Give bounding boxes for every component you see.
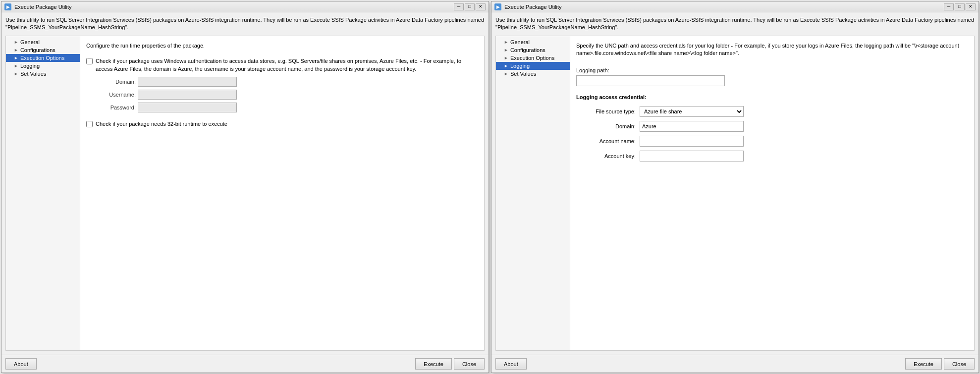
arrow-icon-configurations-1: ► xyxy=(14,48,18,53)
minimize-button-1[interactable]: ─ xyxy=(454,3,464,10)
domain-label-2: Domain: xyxy=(576,123,636,129)
file-source-type-label: File source type: xyxy=(576,108,636,114)
arrow-icon-execution-1: ► xyxy=(14,55,18,60)
arrow-icon-set-values-2: ► xyxy=(504,71,508,76)
execute-button-2[interactable]: Execute xyxy=(905,358,942,370)
nav-label-set-values-2: Set Values xyxy=(510,71,536,77)
action-buttons-1: Execute Close xyxy=(415,358,485,370)
arrow-icon-set-values-1: ► xyxy=(14,71,18,76)
checkbox-section-1: Check if your package uses Windows authe… xyxy=(86,57,478,112)
logging-path-label: Logging path: xyxy=(576,67,968,73)
title-bar-controls-1: ─ □ ✕ xyxy=(454,3,486,10)
close-button-2[interactable]: ✕ xyxy=(966,3,976,10)
bottom-bar-1: About Execute Close xyxy=(1,355,489,373)
account-key-input[interactable] xyxy=(640,151,744,161)
about-button-1[interactable]: About xyxy=(5,358,37,370)
close-dialog-button-1[interactable]: Close xyxy=(454,358,485,370)
logging-credential-section: Logging access credential: File source t… xyxy=(576,94,968,161)
credential-section-title: Logging access credential: xyxy=(576,94,968,100)
action-buttons-2: Execute Close xyxy=(905,358,975,370)
nav-item-configurations-2[interactable]: ► Configurations xyxy=(496,46,570,54)
title-bar-controls-2: ─ □ ✕ xyxy=(944,3,976,10)
domain-label-1: Domain: xyxy=(96,79,136,85)
dialog-window-1: ▶ Execute Package Utility ─ □ ✕ Use this… xyxy=(1,1,489,373)
dialog-window-2: ▶ Execute Package Utility ─ □ ✕ Use this… xyxy=(491,1,979,373)
arrow-icon-general-2: ► xyxy=(504,40,508,45)
title-bar-text-2: ▶ Execute Package Utility xyxy=(494,3,562,10)
bottom-bar-2: About Execute Close xyxy=(491,355,979,373)
execute-button-1[interactable]: Execute xyxy=(415,358,452,370)
restore-button-1[interactable]: □ xyxy=(465,3,475,10)
about-button-2[interactable]: About xyxy=(495,358,527,370)
nav-label-logging-2: Logging xyxy=(510,63,530,69)
nav-item-general-2[interactable]: ► General xyxy=(496,38,570,46)
nav-panel-2: ► General ► Configurations ► Execution O… xyxy=(496,36,570,350)
arrow-icon-configurations-2: ► xyxy=(504,48,508,53)
nav-label-set-values-1: Set Values xyxy=(20,71,46,77)
domain-input-2[interactable] xyxy=(640,121,744,132)
window-title-1: Execute Package Utility xyxy=(14,4,72,10)
nav-label-configurations-1: Configurations xyxy=(20,47,55,53)
content-description-1: Configure the run time properties of the… xyxy=(86,42,478,50)
nav-item-logging-1[interactable]: ► Logging xyxy=(6,62,80,70)
domain-input-1[interactable] xyxy=(138,77,237,87)
app-icon-1: ▶ xyxy=(4,3,11,10)
credential-form-1: Domain: Username: Password: xyxy=(96,77,478,112)
nav-panel-1: ► General ► Configurations ► Execution O… xyxy=(6,36,80,350)
window-title-2: Execute Package Utility xyxy=(504,4,562,10)
windows-auth-checkbox[interactable] xyxy=(86,58,93,64)
minimize-button-2[interactable]: ─ xyxy=(944,3,954,10)
username-label-1: Username: xyxy=(96,92,136,98)
nav-item-set-values-1[interactable]: ► Set Values xyxy=(6,70,80,78)
content-panel-1: Configure the run time properties of the… xyxy=(80,36,484,350)
runtime-32bit-label: Check if your package needs 32-bit runti… xyxy=(96,120,227,128)
arrow-icon-logging-2: ► xyxy=(504,63,508,68)
restore-button-2[interactable]: □ xyxy=(955,3,965,10)
nav-label-general-2: General xyxy=(510,39,530,45)
file-source-type-select[interactable]: Azure file share Local file Network file… xyxy=(640,106,744,117)
arrow-icon-execution-2: ► xyxy=(504,55,508,60)
header-description-1: Use this utility to run SQL Server Integ… xyxy=(5,16,485,32)
dialog-content-2: Use this utility to run SQL Server Integ… xyxy=(491,12,979,355)
close-dialog-button-2[interactable]: Close xyxy=(944,358,975,370)
runtime-32bit-checkbox[interactable] xyxy=(86,121,93,127)
logging-path-input[interactable] xyxy=(576,75,725,86)
nav-item-logging-2[interactable]: ► Logging xyxy=(496,62,570,70)
title-bar-1: ▶ Execute Package Utility ─ □ ✕ xyxy=(1,1,489,12)
windows-auth-label: Check if your package uses Windows authe… xyxy=(96,57,478,73)
nav-item-general-1[interactable]: ► General xyxy=(6,38,80,46)
content-panel-2: Specify the UNC path and access credenti… xyxy=(570,36,974,350)
password-label-1: Password: xyxy=(96,105,136,110)
account-name-label: Account name: xyxy=(576,138,636,144)
title-bar-text-1: ▶ Execute Package Utility xyxy=(4,3,72,10)
account-name-input[interactable] xyxy=(640,136,744,147)
main-area-2: ► General ► Configurations ► Execution O… xyxy=(495,36,975,351)
header-description-2: Use this utility to run SQL Server Integ… xyxy=(495,16,975,32)
logging-path-field: Logging path: xyxy=(576,67,968,86)
close-button-1[interactable]: ✕ xyxy=(476,3,486,10)
credential-grid: File source type: Azure file share Local… xyxy=(576,106,968,161)
dialog-content-1: Use this utility to run SQL Server Integ… xyxy=(1,12,489,355)
nav-label-logging-1: Logging xyxy=(20,63,40,69)
main-area-1: ► General ► Configurations ► Execution O… xyxy=(5,36,485,351)
nav-label-execution-2: Execution Options xyxy=(510,55,554,61)
nav-item-execution-options-1[interactable]: ► Execution Options xyxy=(6,54,80,62)
username-input-1[interactable] xyxy=(138,90,237,100)
account-key-label: Account key: xyxy=(576,153,636,159)
nav-item-configurations-1[interactable]: ► Configurations xyxy=(6,46,80,54)
password-input-1[interactable] xyxy=(138,103,237,112)
nav-label-execution-1: Execution Options xyxy=(20,55,64,61)
checkbox-row-1: Check if your package uses Windows authe… xyxy=(86,57,478,73)
checkbox-row-2: Check if your package needs 32-bit runti… xyxy=(86,120,478,128)
nav-label-configurations-2: Configurations xyxy=(510,47,545,53)
nav-item-set-values-2[interactable]: ► Set Values xyxy=(496,70,570,78)
arrow-icon-logging-1: ► xyxy=(14,63,18,68)
nav-label-general-1: General xyxy=(20,39,40,45)
app-icon-2: ▶ xyxy=(494,3,501,10)
logging-description: Specify the UNC path and access credenti… xyxy=(576,42,968,57)
arrow-icon-general-1: ► xyxy=(14,40,18,45)
title-bar-2: ▶ Execute Package Utility ─ □ ✕ xyxy=(491,1,979,12)
nav-item-execution-options-2[interactable]: ► Execution Options xyxy=(496,54,570,62)
